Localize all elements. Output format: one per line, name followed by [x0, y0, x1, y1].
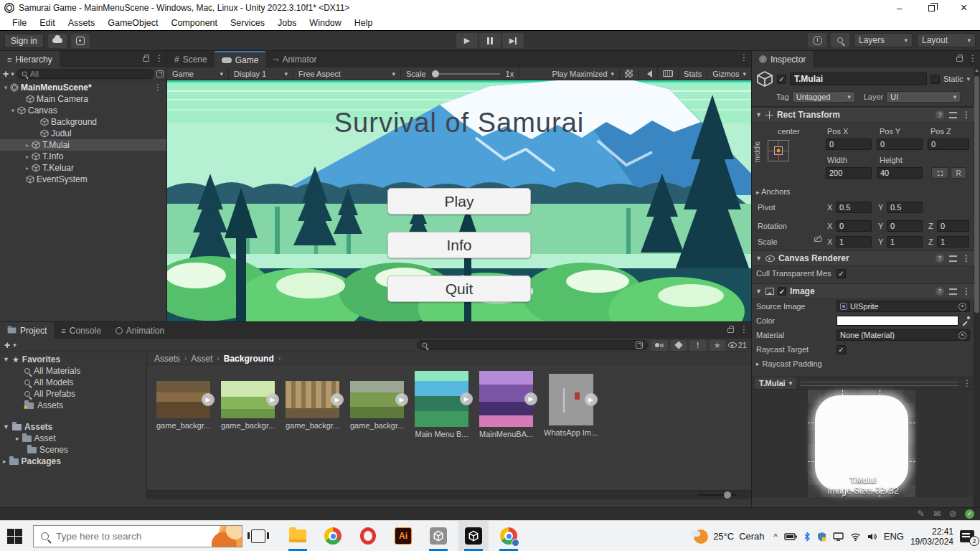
clock[interactable]: 22:41 19/03/2024 [910, 527, 953, 547]
scroll-up-icon[interactable]: ▲ [974, 67, 980, 72]
lock-icon[interactable] [956, 57, 963, 62]
hierarchy-item-canvas[interactable]: ▼ Canvas [0, 105, 166, 116]
debug-toggle-button[interactable] [620, 67, 639, 80]
expand-open-icon[interactable]: ▼ [3, 356, 9, 363]
rotation-x-field[interactable]: 0 [836, 220, 872, 232]
taskbar-chrome[interactable] [318, 521, 348, 551]
asset-item-1[interactable]: ▶ game_backgr... [156, 371, 210, 438]
layer-dropdown[interactable]: UI▾ [886, 91, 961, 103]
expand-closed-icon[interactable]: ▸ [23, 154, 32, 160]
restore-button[interactable] [915, 0, 948, 16]
pause-button[interactable] [479, 33, 501, 48]
tab-inspector[interactable]: i Inspector [752, 51, 813, 67]
task-view-button[interactable] [251, 529, 265, 543]
help-icon[interactable]: ? [936, 254, 944, 263]
favorites-search-button[interactable]: ★ [710, 340, 725, 351]
presets-icon[interactable] [949, 288, 957, 295]
sign-in-button[interactable]: Sign in [4, 34, 44, 48]
scale-x-field[interactable]: 1 [836, 236, 872, 248]
tab-hierarchy[interactable]: ≡ Hierarchy [0, 51, 60, 67]
raycast-padding-row[interactable]: ▸ Raycast Padding [752, 357, 974, 371]
play-game-button[interactable]: Play [387, 188, 531, 215]
language-indicator[interactable]: ENG [884, 531, 904, 542]
tab-game[interactable]: Game [215, 51, 266, 67]
presets-icon[interactable] [949, 255, 957, 262]
layers-dropdown[interactable]: Layers▾ [854, 33, 913, 47]
material-field[interactable]: None (Material) [837, 329, 970, 341]
expand-closed-icon[interactable]: ▸ [3, 458, 6, 465]
asset-item-4[interactable]: ▶ game_backgr... [350, 371, 404, 438]
notification-center-button[interactable]: 2 [960, 530, 974, 542]
hierarchy-search-input[interactable]: All [17, 69, 154, 79]
chevron-down-icon[interactable]: ▾ [966, 75, 970, 83]
folder-scenes[interactable]: Scenes [0, 444, 146, 456]
tools-status-icon[interactable]: ✎ [918, 509, 925, 519]
height-field[interactable]: 40 [877, 167, 923, 179]
expand-open-icon[interactable]: ▼ [755, 288, 762, 295]
color-swatch[interactable] [837, 316, 958, 326]
lock-icon[interactable] [143, 57, 149, 62]
lock-icon[interactable] [727, 328, 734, 333]
kebab-menu-icon[interactable]: ⋮ [962, 111, 971, 118]
search-highlight-art[interactable] [197, 526, 242, 547]
kebab-menu-icon[interactable]: ⋮ [969, 55, 977, 62]
cloud-button[interactable] [48, 34, 67, 48]
layout-dropdown[interactable]: Layout▾ [917, 33, 976, 47]
tab-animator[interactable]: ⤳ Animator [265, 51, 324, 67]
menu-window[interactable]: Window [303, 16, 347, 31]
scale-slider[interactable] [432, 73, 500, 75]
services-button[interactable] [71, 34, 90, 48]
menu-gameobject[interactable]: GameObject [101, 16, 164, 31]
asset-item-7[interactable]: ▶ WhatsApp Im... [544, 371, 598, 438]
menu-component[interactable]: Component [164, 16, 224, 31]
taskbar-search[interactable] [33, 525, 242, 547]
favorites-all-prefabs[interactable]: All Prefabs [0, 388, 146, 400]
add-object-button[interactable]: + [3, 69, 9, 79]
rotation-y-field[interactable]: 0 [887, 220, 923, 232]
object-picker-icon[interactable] [958, 303, 966, 311]
hierarchy-item-t-keluar[interactable]: ▸ T.Keluar [0, 162, 166, 174]
static-checkbox[interactable] [930, 75, 940, 84]
kebab-menu-icon[interactable]: ⋮ [962, 255, 971, 262]
play-maximized-dropdown[interactable]: Play Maximized▾ [547, 67, 621, 80]
folder-asset[interactable]: ▸ Asset [0, 433, 146, 444]
favorites-root[interactable]: ▼ ★ Favorites [0, 354, 146, 365]
taskbar-file-explorer[interactable] [283, 521, 313, 551]
visibility-status-icon[interactable]: ⊘ [949, 509, 956, 519]
menu-jobs[interactable]: Jobs [271, 16, 303, 31]
cull-transparent-checkbox[interactable]: ✓ [837, 269, 846, 278]
search-by-import-log-button[interactable]: ! [689, 340, 707, 351]
asset-item-5[interactable]: ▶ Main Menu B... [415, 371, 468, 438]
wifi-icon[interactable] [850, 532, 861, 541]
rect-transform-header[interactable]: ▼ Rect Transform ? ⋮ [752, 107, 974, 123]
pivot-y-field[interactable]: 0.5 [887, 202, 923, 213]
kebab-menu-icon[interactable]: ⋮ [155, 55, 164, 62]
hidden-packages-toggle[interactable]: 21 [728, 341, 747, 349]
menu-edit[interactable]: Edit [33, 16, 62, 31]
bluetooth-icon[interactable] [804, 532, 811, 542]
active-checkbox[interactable]: ✓ [777, 75, 786, 84]
pos-z-field[interactable]: 0 [928, 138, 969, 150]
tag-dropdown[interactable]: Untagged▾ [792, 91, 855, 103]
taskbar-chrome-profile[interactable] [494, 521, 524, 551]
step-button[interactable]: ▶ [502, 33, 524, 48]
play-badge-icon[interactable]: ▶ [331, 393, 344, 406]
favorites-assets[interactable]: ★ Assets [0, 400, 146, 411]
start-button[interactable] [7, 529, 23, 545]
taskbar-opera[interactable] [353, 521, 383, 551]
status-ok-icon[interactable]: ✓ [965, 509, 974, 519]
expand-closed-icon[interactable]: ▸ [23, 142, 32, 149]
hierarchy-item-mainmenuscene[interactable]: ▼ MainMenuScene* ⋮ [0, 82, 166, 93]
minimize-button[interactable]: – [883, 0, 915, 16]
kebab-menu-icon[interactable]: ⋮ [963, 380, 971, 387]
asset-item-6[interactable]: ▶ MainMenuBA... [479, 371, 533, 438]
thumbnail-size-knob[interactable] [724, 491, 731, 499]
width-field[interactable]: 200 [826, 167, 872, 179]
scale-slider-knob[interactable] [432, 70, 439, 77]
scrollbar-thumb[interactable] [974, 76, 979, 313]
eyedropper-icon[interactable] [961, 316, 970, 325]
play-badge-icon[interactable]: ▶ [202, 393, 215, 406]
battery-icon[interactable] [784, 532, 797, 541]
expand-closed-icon[interactable]: ▸ [16, 435, 19, 442]
weather-widget[interactable]: 25°C Cerah [694, 529, 764, 544]
